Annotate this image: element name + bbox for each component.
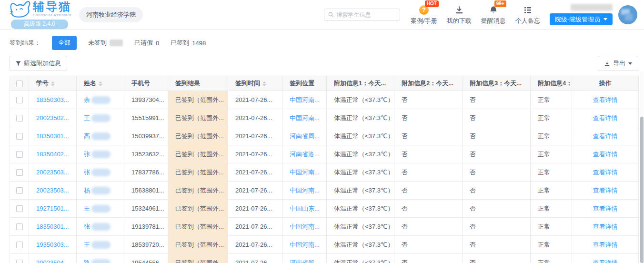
export-button[interactable]: 导出 <box>598 56 638 71</box>
info4-cell: 正常 <box>531 200 572 218</box>
redacted-name-blur <box>91 132 111 140</box>
filter-additional-info-button[interactable]: 筛选附加信息 <box>10 56 67 71</box>
sort-arrows-icon[interactable] <box>99 81 102 86</box>
view-details-link[interactable]: 查看详情 <box>593 169 618 176</box>
location-link[interactable]: 河南省周... <box>290 132 320 140</box>
signin-result-cell: 已签到（范围外... <box>168 182 228 200</box>
view-details-link[interactable]: 查看详情 <box>593 205 618 212</box>
location-link[interactable]: 中国河南... <box>290 114 320 121</box>
row-checkbox[interactable] <box>16 151 23 158</box>
location-link[interactable]: 中国河南... <box>290 187 320 194</box>
student-id-link[interactable]: 20023503... <box>36 169 69 176</box>
scrollbar-thumb[interactable] <box>640 117 644 263</box>
view-details-link[interactable]: 查看详情 <box>593 187 618 194</box>
nav-item-reminder-messages[interactable]: 99+ 提醒消息 <box>481 4 506 25</box>
student-id-link[interactable]: 20023502... <box>36 114 69 121</box>
student-name-cell: 张 <box>77 218 124 236</box>
view-details-link[interactable]: 查看详情 <box>593 151 618 158</box>
sort-arrows-icon[interactable] <box>262 81 266 86</box>
row-select-cell <box>10 145 29 163</box>
nav-item-cases-manual[interactable]: ? HOT 案例/手册 <box>411 4 437 25</box>
student-name-cell: 王 <box>77 109 124 127</box>
info4-cell: 正常 <box>531 254 572 263</box>
student-name-link[interactable]: 张 <box>84 169 90 176</box>
vertical-scrollbar[interactable] <box>640 71 644 263</box>
role-switch-button[interactable]: 院级-院级管理员 <box>550 13 613 25</box>
student-name-cell: 余 <box>77 91 124 109</box>
location-link[interactable]: 中国河南... <box>290 241 320 248</box>
student-id-link[interactable]: 18350301... <box>36 223 69 230</box>
student-id-link[interactable]: 18350402... <box>36 151 69 158</box>
nav-item-my-downloads[interactable]: 我的下载 <box>447 4 472 25</box>
filter-option-signed[interactable]: 已签到 1498 <box>171 39 206 47</box>
view-details-link[interactable]: 查看详情 <box>593 223 618 230</box>
nav-item-personal-memo[interactable]: 个人备忘 <box>515 4 540 25</box>
view-details-link[interactable]: 查看详情 <box>593 259 618 263</box>
student-name-link[interactable]: 杨 <box>84 187 90 194</box>
school-name-pill: 河南牧业经济学院 <box>79 7 143 22</box>
student-id-link[interactable]: 19271501... <box>36 205 69 212</box>
student-id-link[interactable]: 19350303... <box>36 241 69 248</box>
action-cell: 查看详情 <box>572 91 639 109</box>
signin-location-cell: 中国河南... <box>282 182 327 200</box>
redacted-name-blur <box>91 151 111 158</box>
view-details-link[interactable]: 查看详情 <box>593 96 618 103</box>
row-checkbox[interactable] <box>16 205 23 212</box>
time-cell: 2021-07-26... <box>228 236 282 254</box>
column-header-student_id[interactable]: 学号 <box>29 76 77 91</box>
student-name-link[interactable]: 王 <box>84 241 90 248</box>
location-link[interactable]: 河南省洛... <box>290 151 320 158</box>
view-details-link[interactable]: 查看详情 <box>593 132 618 140</box>
table-row: 20023502...王15515991...已签到（范围外...2021-07… <box>10 109 639 127</box>
student-search-box[interactable] <box>324 9 400 21</box>
funnel-icon <box>16 61 21 66</box>
location-link[interactable]: 中国河南... <box>290 96 320 103</box>
column-header-action: 操作 <box>572 76 639 91</box>
student-id-link[interactable]: 18350303... <box>36 96 69 103</box>
table-row: 19271501...王15324961...已签到（范围外...2021-07… <box>10 200 639 218</box>
row-checkbox[interactable] <box>16 115 23 121</box>
view-details-link[interactable]: 查看详情 <box>593 241 618 248</box>
row-checkbox[interactable] <box>16 133 23 140</box>
student-name-link[interactable]: 高 <box>84 132 90 140</box>
row-checkbox[interactable] <box>16 242 23 248</box>
student-name-link[interactable]: 张 <box>84 223 90 230</box>
student-id-link[interactable]: 20023504... <box>36 259 69 263</box>
filter-option-not-signed[interactable]: 未签到 <box>88 39 123 47</box>
info2-cell: 否 <box>394 163 463 182</box>
select-all-checkbox[interactable] <box>16 81 23 87</box>
action-cell: 查看详情 <box>572 145 639 163</box>
student-name-link[interactable]: 王 <box>84 114 90 121</box>
student-name-link[interactable]: 路 <box>84 259 90 263</box>
signin-result-cell: 已签到（范围外... <box>168 145 228 163</box>
row-checkbox[interactable] <box>16 169 23 176</box>
location-link[interactable]: 中国河南... <box>290 169 320 176</box>
student-name-link[interactable]: 张 <box>84 151 90 158</box>
student-name-link[interactable]: 王 <box>84 205 90 212</box>
avatar[interactable] <box>618 5 637 24</box>
row-checkbox[interactable] <box>16 187 23 194</box>
student-id-link[interactable]: 18350301... <box>36 132 69 140</box>
location-link[interactable]: 中国山东... <box>290 205 320 212</box>
row-checkbox[interactable] <box>16 97 23 103</box>
row-select-cell <box>10 218 29 236</box>
info4-cell: 正常 <box>531 163 572 182</box>
search-input[interactable] <box>336 11 396 18</box>
filter-option-all[interactable]: 全部 <box>52 36 77 50</box>
column-header-checkbox <box>10 76 29 91</box>
student-id-cell: 18350303... <box>29 91 77 109</box>
filter-option-on-leave[interactable]: 已请假 0 <box>134 39 159 47</box>
column-header-info4: 附加信息4：今天... <box>531 76 572 91</box>
signin-location-cell: 河南省洛... <box>282 145 327 163</box>
column-header-time[interactable]: 签到时间 <box>228 76 282 91</box>
location-link[interactable]: 河南省郑... <box>290 259 320 263</box>
student-name-cell: 杨 <box>77 182 124 200</box>
column-header-name[interactable]: 姓名 <box>77 76 124 91</box>
sort-arrows-icon[interactable] <box>51 81 55 86</box>
student-id-link[interactable]: 20023503... <box>36 187 69 194</box>
row-checkbox[interactable] <box>16 260 23 263</box>
row-checkbox[interactable] <box>16 223 23 230</box>
student-name-link[interactable]: 余 <box>84 96 90 103</box>
location-link[interactable]: 中国河南... <box>290 223 320 230</box>
view-details-link[interactable]: 查看详情 <box>593 114 618 121</box>
